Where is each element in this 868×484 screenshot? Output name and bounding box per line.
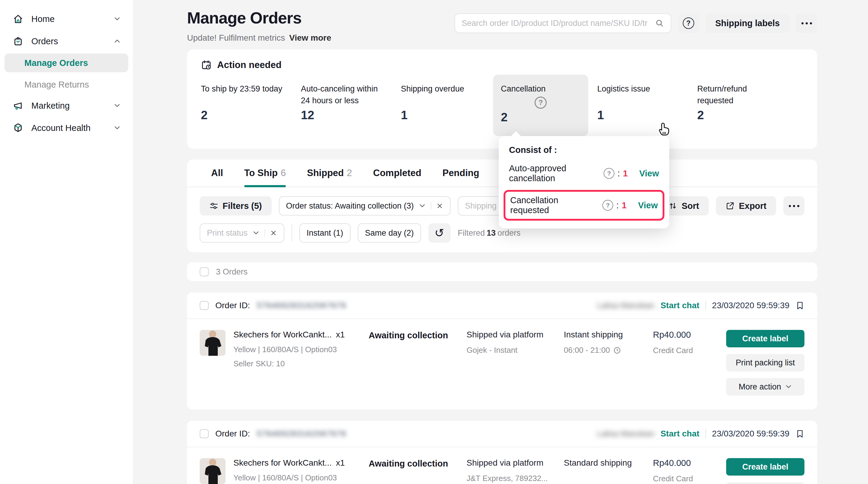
bookmark-icon[interactable]: [796, 429, 804, 438]
payment-column: Rp40.000 Credit Card: [653, 330, 725, 355]
order-checkbox[interactable]: [200, 429, 209, 438]
tab-all[interactable]: All: [211, 160, 223, 187]
search-box[interactable]: [455, 13, 671, 33]
help-icon: ?: [683, 18, 694, 29]
product-thumbnail[interactable]: [200, 330, 225, 356]
page-header: Manage Orders Update! Fulfilment metrics…: [187, 8, 817, 43]
view-more-link[interactable]: View more: [289, 33, 331, 42]
order-status: Awaiting collection: [369, 330, 467, 341]
order-status-filter-chip[interactable]: Order status: Awaiting collection (3): [279, 196, 451, 216]
print-status-filter-chip[interactable]: Print status: [200, 223, 284, 243]
tab-shipped[interactable]: Shipped2: [307, 160, 352, 187]
help-icon[interactable]: ?: [603, 168, 614, 179]
more-icon: [801, 22, 812, 24]
product-qty: x1: [336, 330, 345, 340]
metric-logistics-issue[interactable]: Logistics issue 1: [597, 75, 697, 122]
shipping-labels-button[interactable]: Shipping labels: [706, 13, 789, 33]
order-id-label: Order ID:: [215, 429, 250, 439]
popup-row-auto-approved: Auto-approved cancellation ? : 1 View: [509, 163, 659, 183]
divider: [291, 225, 292, 241]
reset-filters-button[interactable]: ↺: [428, 223, 451, 243]
order-date: 23/03/2020 59:59:39: [712, 301, 789, 310]
metric-cancellation[interactable]: Cancellation ? 2: [493, 75, 588, 136]
product-name[interactable]: Skechers for WorkCankt...: [234, 330, 332, 340]
more-list-options-button[interactable]: [783, 196, 804, 216]
product-name-row: Skechers for WorkCankt... x1: [234, 458, 345, 468]
product-image: [200, 458, 225, 484]
sidebar: Home Orders Manage Orders Manage Returns…: [0, 0, 133, 484]
create-label-button[interactable]: Create label: [726, 458, 804, 476]
tab-completed[interactable]: Completed: [373, 160, 421, 187]
shipping-title: Shipped via platform: [467, 458, 564, 468]
metric-shipping-overdue[interactable]: Shipping overdue 1: [401, 75, 501, 122]
product-variant: Yellow | 160/80A/S | Option03: [234, 473, 345, 483]
metric-to-ship[interactable]: To ship by 23:59 today 2: [201, 75, 301, 122]
metric-auto-canceling[interactable]: Auto-canceling within 24 hours or less 1…: [301, 75, 401, 122]
sidebar-item-orders[interactable]: Orders: [0, 31, 133, 51]
help-icon[interactable]: ?: [535, 97, 547, 109]
view-link[interactable]: View: [638, 200, 658, 211]
help-icon[interactable]: ?: [602, 200, 613, 211]
order-total: Rp40.000: [653, 458, 725, 468]
product-column: Skechers for WorkCankt... x1 Yellow | 16…: [200, 330, 369, 368]
order-id-label: Order ID:: [215, 301, 250, 310]
sidebar-item-manage-returns[interactable]: Manage Returns: [0, 75, 133, 94]
title-block: Manage Orders Update! Fulfilment metrics…: [187, 8, 331, 43]
create-label-button[interactable]: Create label: [726, 330, 804, 347]
sidebar-item-manage-orders[interactable]: Manage Orders: [4, 54, 128, 72]
shipping-carrier: J&T Express, 789232...: [467, 474, 548, 483]
order-header-right: Lalisa Manoban Start chat 23/03/2020 59:…: [597, 301, 804, 310]
filters-icon: [209, 201, 218, 211]
start-chat-link[interactable]: Start chat: [660, 301, 699, 310]
view-link[interactable]: View: [639, 168, 659, 179]
instant-filter-chip[interactable]: Instant (1): [299, 223, 350, 243]
more-action-button[interactable]: More action: [726, 378, 804, 395]
more-options-button[interactable]: [796, 13, 817, 33]
help-button[interactable]: ?: [678, 13, 699, 33]
metric-value: 1: [401, 108, 501, 122]
sidebar-item-home[interactable]: Home: [0, 9, 133, 29]
order-actions: Create label Print packing list More act…: [726, 330, 804, 395]
method-column: Instant shipping 06:00 - 21:00: [564, 330, 653, 355]
start-chat-link[interactable]: Start chat: [660, 429, 699, 439]
product-qty: x1: [336, 458, 345, 468]
print-packing-list-button[interactable]: Print packing list: [726, 354, 804, 372]
sidebar-item-marketing[interactable]: Marketing: [0, 96, 133, 116]
divider: [705, 429, 706, 438]
sidebar-item-label: Account Health: [31, 123, 91, 133]
metric-value: 1: [597, 108, 697, 122]
filters-button[interactable]: Filters (5): [200, 196, 272, 216]
select-all-checkbox[interactable]: [200, 267, 209, 276]
product-name[interactable]: Skechers for WorkCankt...: [234, 458, 332, 468]
order-checkbox[interactable]: [200, 301, 209, 310]
order-id-blurred: 576469283162067676: [257, 429, 346, 439]
cube-icon: [13, 123, 24, 133]
divider: [265, 229, 265, 237]
order-header-right: Lalisa Manoban Start chat 23/03/2020 59:…: [597, 429, 804, 439]
tab-to-ship[interactable]: To Ship6: [244, 160, 286, 187]
action-needed-card: Action needed To ship by 23:59 today 2 A…: [187, 50, 817, 149]
metric-return-refund[interactable]: Return/refund requested 2: [697, 75, 797, 122]
buyer-name-blurred: Lalisa Manoban: [597, 429, 654, 439]
chevron-down-icon: [418, 202, 426, 209]
search-input[interactable]: [462, 19, 655, 28]
shipping-column: Shipped via platform Gojek - Instant: [467, 330, 564, 355]
product-column: Skechers for WorkCankt... x1 Yellow | 16…: [200, 458, 369, 484]
print-packing-list-button[interactable]: Print packing list: [726, 482, 804, 484]
product-info: Skechers for WorkCankt... x1 Yellow | 16…: [234, 330, 345, 368]
sidebar-item-account-health[interactable]: Account Health: [0, 118, 133, 138]
product-sku: Seller SKU: 10: [234, 359, 345, 368]
same-day-filter-chip[interactable]: Same day (2): [358, 223, 421, 243]
undo-icon: ↺: [435, 226, 444, 239]
export-button[interactable]: Export: [716, 196, 776, 216]
sort-icon: [668, 201, 677, 211]
tab-pending[interactable]: Pending: [442, 160, 479, 187]
clear-filter-icon[interactable]: [436, 202, 443, 209]
header-controls: ? Shipping labels: [455, 13, 817, 33]
order-status: Awaiting collection: [369, 458, 467, 469]
orders-count-label: 3 Orders: [216, 267, 248, 277]
bookmark-icon[interactable]: [796, 301, 804, 310]
clear-filter-icon[interactable]: [270, 229, 277, 236]
product-thumbnail[interactable]: [200, 458, 225, 484]
update-text: Update! Fulfilment metrics: [187, 33, 285, 42]
